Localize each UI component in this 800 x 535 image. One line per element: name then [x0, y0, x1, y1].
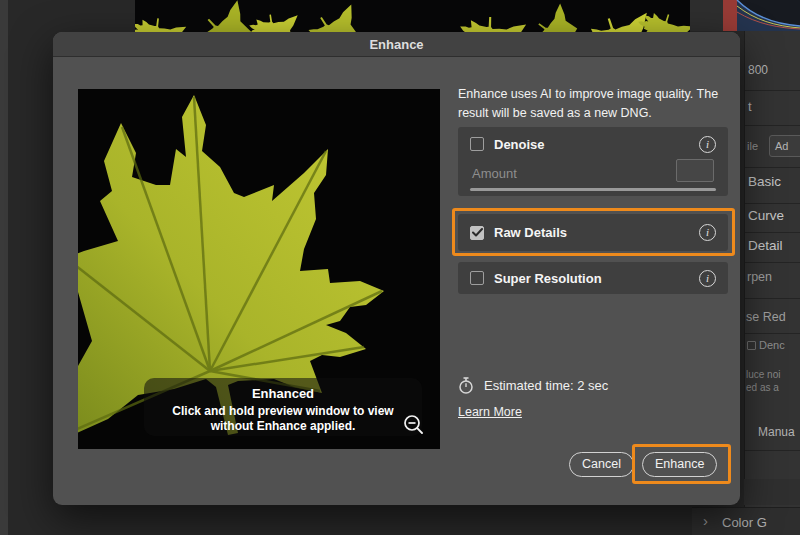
timer-icon — [458, 377, 474, 394]
estimated-time-row: Estimated time: 2 sec — [458, 377, 608, 394]
zoom-out-icon[interactable] — [402, 413, 426, 437]
estimated-time-text: Estimated time: 2 sec — [484, 378, 608, 393]
learn-more-link[interactable]: Learn More — [458, 405, 522, 419]
sidebar-profile-fragment: ile — [747, 140, 758, 152]
preview-overlay-tooltip: Enhanced Click and hold preview window t… — [144, 378, 422, 436]
sidebar-desc-line1: luce noi — [746, 369, 780, 380]
denoise-checkbox[interactable] — [470, 137, 484, 151]
dialog-title: Enhance — [53, 32, 740, 57]
sidebar-exif-fragment: 800 — [748, 63, 768, 77]
sidebar-panel-basic[interactable]: Basic — [748, 174, 781, 189]
enhance-button[interactable]: Enhance — [642, 452, 717, 477]
app-window: 800 t ile Ad Basic Curve Detail rpen se … — [0, 0, 800, 535]
sidebar-desc-line2: ed as a — [746, 382, 779, 393]
amount-label: Amount — [472, 166, 517, 181]
sidebar-denoise-checkbox[interactable] — [747, 341, 756, 350]
app-left-panel-edge — [0, 0, 8, 535]
super-resolution-info-icon[interactable]: i — [699, 270, 716, 287]
amount-input[interactable] — [676, 159, 714, 182]
chevron-right-icon: › — [703, 512, 708, 529]
amount-slider[interactable] — [470, 188, 716, 191]
color-mixer-row-bg — [744, 479, 800, 505]
histogram-panel — [723, 0, 800, 31]
raw-details-section: Raw Details i — [458, 214, 728, 251]
sidebar-sharpen-fragment: rpen — [747, 270, 772, 284]
super-resolution-label: Super Resolution — [494, 271, 699, 286]
denoise-info-icon[interactable]: i — [699, 136, 716, 153]
sidebar-manual-button[interactable]: Manua — [758, 425, 795, 439]
profile-dropdown[interactable]: Ad — [769, 135, 800, 157]
preview-overlay-title: Enhanced — [144, 386, 422, 401]
raw-details-checkbox[interactable] — [470, 226, 484, 240]
background-photo — [135, 0, 690, 32]
denoise-label: Denoise — [494, 137, 699, 152]
denoise-section: Denoise i Amount — [458, 127, 728, 196]
histogram-curves-icon — [723, 0, 800, 31]
cancel-button[interactable]: Cancel — [569, 452, 634, 477]
raw-details-label: Raw Details — [494, 225, 699, 240]
dialog-titlebar: Enhance — [53, 32, 740, 57]
sidebar-noise-reduction-fragment: se Red — [746, 310, 786, 324]
enhance-dialog: Enhance Enhanced Click and hold — [53, 32, 740, 505]
sidebar-panel-curve[interactable]: Curve — [748, 208, 784, 223]
sidebar-panel-color-grading[interactable]: › Color G — [692, 507, 800, 535]
toolbar-gap — [690, 0, 723, 31]
enhance-preview[interactable]: Enhanced Click and hold preview window t… — [78, 89, 440, 449]
super-resolution-section: Super Resolution i — [458, 262, 728, 294]
edit-sidebar: 800 t ile Ad Basic Curve Detail rpen se … — [744, 31, 800, 535]
dialog-description: Enhance uses AI to improve image quality… — [458, 85, 734, 124]
background-photo-leaves — [135, 0, 690, 32]
checkmark-icon — [472, 228, 483, 237]
sidebar-edit-fragment: t — [748, 99, 752, 114]
super-resolution-checkbox[interactable] — [470, 271, 484, 285]
raw-details-info-icon[interactable]: i — [699, 224, 716, 241]
sidebar-panel-detail[interactable]: Detail — [748, 238, 783, 253]
sidebar-denoise-fragment: Denc — [759, 339, 785, 351]
